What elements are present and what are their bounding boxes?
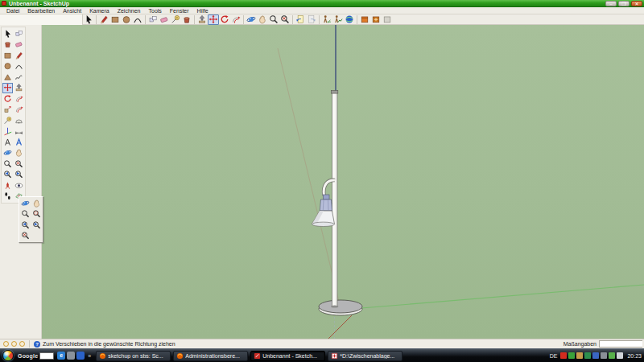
move-button[interactable] xyxy=(2,83,13,93)
rotate-button[interactable] xyxy=(2,93,13,104)
orbit-button[interactable] xyxy=(2,148,13,158)
eraser-button[interactable] xyxy=(14,39,24,50)
arc-button[interactable] xyxy=(14,61,24,72)
google-earth-button[interactable] xyxy=(344,14,355,25)
paint-bucket-button[interactable] xyxy=(2,39,13,50)
pan-button[interactable] xyxy=(31,198,42,208)
lamp-socket-top[interactable] xyxy=(324,195,330,200)
orbit-button[interactable] xyxy=(246,14,257,25)
tape-measure-button[interactable] xyxy=(170,14,181,25)
taskbar-button[interactable]: *D:\Zwischenablage... xyxy=(328,351,402,361)
minimize-button[interactable]: – xyxy=(605,1,617,6)
menu-ansicht[interactable]: Ansicht xyxy=(59,7,85,14)
toggle-terrain-button[interactable] xyxy=(332,14,344,25)
orbit-button[interactable] xyxy=(20,198,31,208)
tape-measure-button[interactable] xyxy=(2,115,13,125)
zoom-extents-button[interactable] xyxy=(20,231,31,241)
security-tray-icon[interactable] xyxy=(609,352,615,359)
help-icon[interactable]: ? xyxy=(34,341,40,348)
taskbar-button[interactable]: sketchup on sbs: Sc... xyxy=(96,351,171,361)
offset-button[interactable] xyxy=(14,105,24,115)
language-indicator[interactable]: DE xyxy=(548,353,559,359)
make-component-button[interactable] xyxy=(14,28,24,39)
menu-fenster[interactable]: Fenster xyxy=(166,7,193,14)
geolocation-icon[interactable] xyxy=(3,341,9,347)
google-search-input[interactable] xyxy=(39,352,54,360)
rectangle-button[interactable] xyxy=(2,50,13,60)
select-button[interactable] xyxy=(83,14,94,25)
internet-explorer-icon[interactable]: e xyxy=(57,352,65,360)
eraser-button[interactable] xyxy=(159,14,170,25)
start-button[interactable] xyxy=(2,350,14,361)
follow-me-button[interactable] xyxy=(14,93,24,104)
circle-button[interactable] xyxy=(121,14,132,25)
scale-button[interactable] xyxy=(2,105,13,115)
freehand-button[interactable] xyxy=(14,72,24,82)
maximize-button[interactable]: ❒ xyxy=(618,1,630,6)
line-button[interactable] xyxy=(98,14,109,25)
make-component-button[interactable] xyxy=(147,14,159,25)
walk-button[interactable] xyxy=(2,191,13,202)
model-status-button[interactable] xyxy=(382,14,393,25)
menu-zeichnen[interactable]: Zeichnen xyxy=(114,7,145,14)
credits-icon[interactable] xyxy=(11,341,17,347)
clock[interactable]: 20:23 xyxy=(625,353,642,359)
dimension-button[interactable] xyxy=(14,126,24,137)
previous-button[interactable] xyxy=(2,170,13,180)
device-tray-icon[interactable] xyxy=(601,352,607,359)
zoom-window-button[interactable] xyxy=(31,209,42,220)
text-button[interactable] xyxy=(2,137,13,147)
axes-button[interactable] xyxy=(2,126,13,137)
taskbar-button[interactable]: Unbenannt - Sketch... xyxy=(250,351,325,361)
zoom-button[interactable] xyxy=(2,158,13,169)
next-button[interactable] xyxy=(14,170,24,180)
menu-bearbeiten[interactable]: Bearbeiten xyxy=(23,7,59,14)
updater-tray-icon[interactable] xyxy=(568,352,575,359)
sync-tray-icon[interactable] xyxy=(584,352,591,359)
quick-launch-overflow[interactable]: » xyxy=(86,353,93,359)
claim-icon[interactable] xyxy=(19,341,25,347)
zoom-extents-button[interactable] xyxy=(14,158,24,169)
rotate-button[interactable] xyxy=(219,14,230,25)
close-button[interactable]: ✕ xyxy=(631,1,642,6)
polygon-button[interactable] xyxy=(2,72,13,82)
media-player-icon[interactable] xyxy=(76,352,85,360)
measurements-input[interactable] xyxy=(599,340,642,348)
show-desktop-icon[interactable] xyxy=(67,352,75,360)
volume-tray-icon[interactable] xyxy=(617,352,623,359)
lamp-socket[interactable] xyxy=(320,200,332,211)
position-camera-button[interactable] xyxy=(2,180,13,191)
pan-button[interactable] xyxy=(257,14,268,25)
get-models-button[interactable] xyxy=(359,14,370,25)
push-pull-button[interactable] xyxy=(14,83,24,93)
network-tray-icon[interactable] xyxy=(592,352,599,359)
protractor-button[interactable] xyxy=(14,115,24,125)
taskbar-button[interactable]: Administrationsbere... xyxy=(173,351,248,361)
menu-datei[interactable]: Datei xyxy=(2,7,23,14)
rectangle-button[interactable] xyxy=(109,14,121,25)
menu-kamera[interactable]: Kamera xyxy=(85,7,114,14)
zoom-button[interactable] xyxy=(20,209,31,220)
arc-button[interactable] xyxy=(132,14,143,25)
redo-button[interactable] xyxy=(306,14,317,25)
previous-button[interactable] xyxy=(20,220,31,230)
push-pull-button[interactable] xyxy=(196,14,208,25)
paint-bucket-button[interactable] xyxy=(181,14,192,25)
offset-button[interactable] xyxy=(230,14,242,25)
menu-hilfe[interactable]: Hilfe xyxy=(193,7,213,14)
look-around-button[interactable] xyxy=(14,180,24,191)
undo-button[interactable] xyxy=(295,14,306,25)
circle-button[interactable] xyxy=(2,61,13,72)
zoom-button[interactable] xyxy=(268,14,279,25)
java-tray-icon[interactable] xyxy=(576,352,583,359)
zoom-extents-button[interactable] xyxy=(279,14,291,25)
menu-tools[interactable]: Tools xyxy=(144,7,165,14)
pan-button[interactable] xyxy=(14,148,24,158)
select-button[interactable] xyxy=(2,28,13,39)
3d-text-button[interactable] xyxy=(14,137,24,147)
model-canvas[interactable] xyxy=(42,25,644,339)
next-button[interactable] xyxy=(31,220,42,230)
lamp-base-top[interactable] xyxy=(319,300,362,313)
share-model-button[interactable] xyxy=(370,14,382,25)
antivirus-tray-icon[interactable] xyxy=(560,352,567,359)
